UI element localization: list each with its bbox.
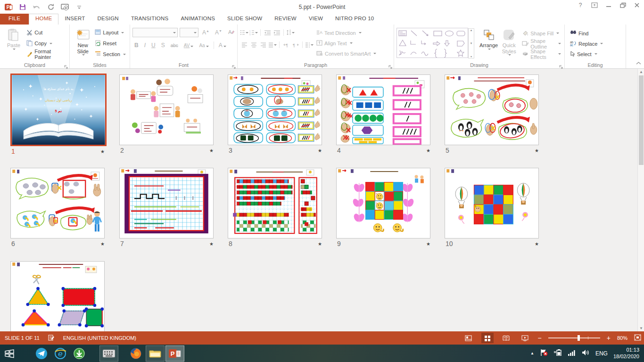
drawing-dialog-launcher[interactable] [559, 63, 563, 67]
scroll-down-icon[interactable]: ▼ [638, 325, 644, 331]
tab-home[interactable]: HOME [29, 14, 58, 25]
reset-button[interactable]: Reset [93, 39, 127, 48]
underline-button[interactable]: U [149, 41, 157, 49]
format-painter-button[interactable]: Format Painter [25, 49, 67, 59]
align-text-button[interactable]: Align Text [316, 39, 376, 48]
tray-expand-icon[interactable]: ▲ [530, 351, 534, 355]
character-spacing-button[interactable]: AV [182, 42, 196, 49]
reading-view-button[interactable] [500, 333, 512, 343]
section-button[interactable]: Section [93, 49, 127, 59]
zoom-slider[interactable] [548, 337, 600, 338]
columns-button[interactable] [305, 41, 314, 49]
zoom-slider-thumb[interactable] [578, 335, 580, 341]
text-direction-button[interactable]: A Text Direction [316, 28, 376, 37]
powerpoint-taskbar-button[interactable]: P [165, 346, 184, 362]
align-right-button[interactable] [259, 41, 267, 49]
numbering-button[interactable]: 123 [249, 28, 258, 37]
slide-indicator[interactable]: SLIDE 1 OF 11 [5, 335, 40, 341]
find-button[interactable]: Find [570, 29, 603, 38]
download-manager-icon[interactable] [70, 345, 89, 362]
clear-formatting-button[interactable]: A [226, 28, 237, 37]
slide-thumbnail-1[interactable]: به نام خدای ستاره ها ریاضی اول دبستان تم… [10, 74, 107, 146]
internet-explorer-icon[interactable]: e [51, 345, 70, 362]
new-slide-button[interactable]: New Slide [72, 26, 93, 60]
tab-animations[interactable]: ANIMATIONS [174, 14, 221, 25]
slide-thumbnail-11[interactable] [10, 261, 105, 332]
slide-thumbnail-7[interactable] [119, 168, 214, 239]
shapes-more-icon[interactable]: ▾ [471, 55, 472, 58]
close-button[interactable] [630, 0, 644, 10]
change-case-button[interactable]: Aa [197, 42, 210, 49]
paragraph-dialog-launcher[interactable] [388, 63, 393, 67]
justify-button[interactable] [268, 41, 277, 49]
scroll-up-icon[interactable]: ▲ [638, 69, 644, 75]
notes-icon[interactable] [48, 335, 55, 342]
font-size-combo[interactable] [180, 28, 198, 37]
shapes-gallery-scrollbar[interactable]: ▲ ▼ ▾ [468, 28, 474, 58]
align-left-button[interactable] [240, 41, 248, 49]
tab-nitro-pro[interactable]: NITRO PRO 10 [329, 14, 380, 25]
increase-font-size-button[interactable]: A▲ [200, 28, 211, 37]
bullets-button[interactable] [240, 28, 248, 37]
shapes-scroll-down-icon[interactable]: ▼ [470, 42, 473, 45]
font-dialog-launcher[interactable] [232, 63, 236, 67]
cut-button[interactable]: Cut [25, 28, 67, 37]
scrollbar-thumb[interactable] [639, 75, 644, 165]
tab-file[interactable]: FILE [0, 14, 29, 25]
collapse-ribbon-button[interactable] [636, 58, 641, 67]
italic-button[interactable]: I [142, 41, 148, 49]
firefox-icon[interactable] [126, 345, 145, 362]
align-center-button[interactable] [249, 41, 258, 49]
slide-thumbnail-9[interactable]: ? ? [336, 168, 430, 239]
tab-review[interactable]: REVIEW [268, 14, 303, 25]
clipboard-dialog-launcher[interactable] [64, 63, 68, 67]
slide-show-button[interactable] [519, 333, 531, 343]
zoom-in-button[interactable]: + [607, 334, 611, 342]
tab-insert[interactable]: INSERT [58, 14, 91, 25]
slide-thumbnail-3[interactable] [228, 74, 322, 145]
font-name-combo[interactable] [132, 28, 178, 37]
slide-thumbnail-10[interactable]: ? [445, 168, 539, 239]
slide-thumbnail-2[interactable] [119, 74, 214, 145]
shape-effects-button[interactable]: Shape Effects [522, 49, 561, 58]
zoom-level[interactable]: 80% [617, 335, 627, 341]
strikethrough-button[interactable]: abc [169, 42, 180, 49]
bold-button[interactable]: B [132, 41, 140, 49]
language-indicator[interactable]: ENGLISH (UNITED KINGDOM) [63, 335, 136, 341]
normal-view-button[interactable] [462, 333, 475, 343]
telegram-icon[interactable] [32, 345, 51, 362]
arrange-button[interactable]: Arrange [479, 26, 499, 60]
shape-outline-button[interactable]: Shape Outline [522, 39, 561, 48]
increase-indent-button[interactable] [272, 28, 281, 37]
file-explorer-button[interactable] [146, 346, 165, 362]
start-button[interactable] [0, 345, 19, 362]
battery-icon[interactable] [554, 349, 562, 358]
paste-button[interactable]: Paste [2, 26, 25, 60]
rtl-text-direction-button[interactable]: ¶ [291, 41, 300, 49]
convert-to-smartart-button[interactable]: Convert to SmartArt [316, 49, 376, 58]
slide-thumbnail-5[interactable] [445, 74, 539, 145]
text-shadow-button[interactable]: S [159, 41, 167, 49]
zoom-out-button[interactable]: − [538, 334, 542, 342]
fit-slide-to-window-button[interactable] [634, 334, 641, 342]
select-button[interactable]: Select [570, 49, 603, 58]
slide-thumbnail-6[interactable] [10, 168, 105, 239]
shapes-gallery[interactable]: ▲ ▼ ▾ [396, 28, 468, 58]
slide-thumbnail-8[interactable] [228, 168, 322, 239]
tab-slide-show[interactable]: SLIDE SHOW [221, 14, 268, 25]
tray-language[interactable]: ENG [595, 350, 608, 357]
ribbon-display-options-button[interactable] [587, 0, 602, 10]
decrease-indent-button[interactable] [263, 28, 272, 37]
copy-button[interactable]: Copy [25, 39, 67, 48]
network-signal-icon[interactable] [568, 349, 576, 358]
tab-view[interactable]: VIEW [303, 14, 329, 25]
replace-button[interactable]: abac Replace [570, 39, 603, 48]
layout-button[interactable]: Layout [93, 28, 127, 37]
on-screen-keyboard-button[interactable] [99, 346, 118, 362]
minimize-button[interactable] [602, 0, 616, 10]
restore-button[interactable] [616, 0, 630, 10]
action-center-icon[interactable] [540, 349, 548, 358]
help-button[interactable]: ? [573, 0, 587, 10]
slide-thumbnail-4[interactable] [336, 74, 430, 145]
quick-styles-button[interactable]: Quick Styles [499, 26, 519, 60]
